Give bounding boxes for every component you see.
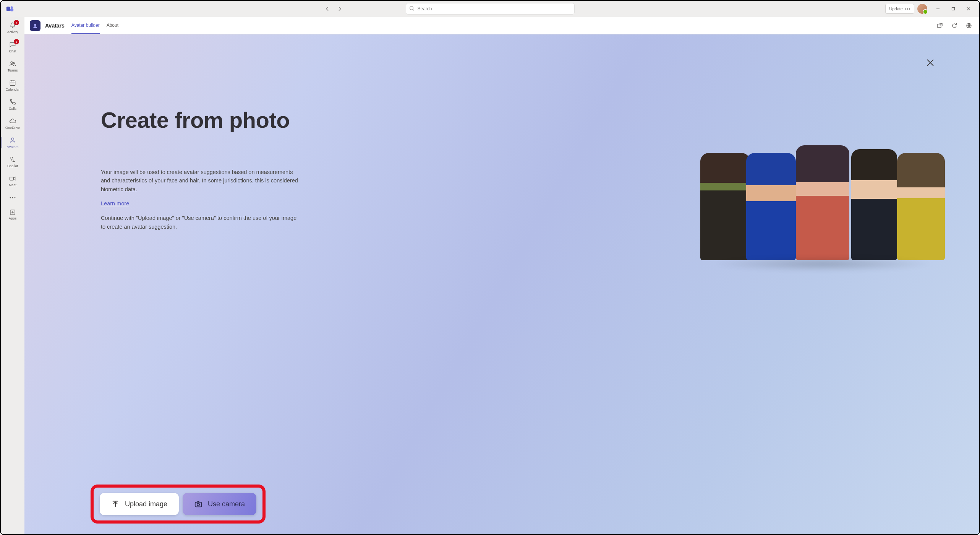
close-icon	[926, 58, 935, 67]
close-button[interactable]	[923, 56, 937, 70]
search-icon	[409, 6, 415, 13]
chat-badge: 1	[14, 39, 19, 44]
avatar-figure	[700, 153, 750, 260]
svg-point-14	[34, 24, 36, 26]
rail-label: Calendar	[6, 88, 20, 91]
description-text: Your image will be used to create avatar…	[101, 168, 300, 194]
svg-rect-9	[10, 177, 14, 180]
tab-label: About	[107, 23, 118, 28]
update-label: Update	[889, 7, 903, 11]
learn-more-link[interactable]: Learn more	[101, 200, 129, 207]
titlebar: Update	[1, 1, 979, 17]
app-subheader: Avatars Avatar builder About	[24, 17, 979, 34]
upload-image-button[interactable]: Upload image	[100, 493, 179, 515]
use-camera-button[interactable]: Use camera	[183, 493, 256, 515]
svg-rect-0	[6, 7, 10, 11]
avatar-figure	[746, 153, 796, 260]
rail-label: OneDrive	[5, 126, 20, 130]
rail-item-onedrive[interactable]: OneDrive	[2, 114, 24, 133]
globe-icon	[966, 23, 972, 29]
popout-icon	[937, 23, 943, 29]
svg-point-3	[410, 7, 413, 10]
illustration-shadow	[712, 256, 933, 272]
rail-item-meet[interactable]: Meet	[2, 171, 24, 190]
main-canvas: Create from photo Your image will be use…	[24, 34, 979, 534]
page-title: Create from photo	[101, 107, 300, 133]
people-icon	[9, 60, 16, 68]
content-column: Avatars Avatar builder About Create fro	[24, 17, 979, 534]
app-window: Update 4 Activity 1 Chat	[0, 0, 980, 535]
update-button[interactable]: Update	[885, 4, 914, 14]
avatar-figure	[897, 153, 945, 260]
tab-label: Avatar builder	[71, 23, 100, 28]
popout-button[interactable]	[935, 21, 945, 31]
description-text-2: Continue with "Upload image" or "Use cam…	[101, 214, 300, 231]
upload-icon	[111, 500, 120, 508]
text-panel: Create from photo Your image will be use…	[101, 107, 300, 231]
refresh-icon	[951, 23, 957, 29]
rail-label: Copilot	[7, 164, 18, 168]
action-highlight-box: Upload image Use camera	[91, 485, 266, 524]
rail-item-chat[interactable]: 1 Chat	[2, 37, 24, 57]
svg-rect-17	[195, 502, 202, 507]
rail-item-apps[interactable]: Apps	[2, 205, 24, 224]
window-maximize-button[interactable]	[946, 3, 961, 15]
rail-label: Apps	[9, 216, 17, 220]
left-rail: 4 Activity 1 Chat Teams Calendar Calls	[1, 17, 24, 534]
refresh-button[interactable]	[949, 21, 959, 31]
rail-label: Teams	[8, 68, 18, 72]
ellipsis-icon	[10, 197, 16, 198]
rail-item-calendar[interactable]: Calendar	[2, 76, 24, 95]
user-avatar[interactable]	[917, 4, 927, 14]
avatars-illustration	[700, 122, 945, 260]
rail-item-activity[interactable]: 4 Activity	[2, 18, 24, 37]
rail-label: Activity	[7, 30, 18, 34]
svg-point-6	[13, 62, 15, 63]
rail-item-avatars[interactable]: Avatars	[2, 133, 24, 152]
svg-point-12	[15, 197, 16, 198]
svg-point-1	[11, 7, 13, 8]
rail-label: Avatars	[7, 145, 18, 149]
calendar-icon	[9, 79, 16, 87]
phone-icon	[9, 98, 16, 106]
apps-icon	[9, 209, 16, 216]
activity-badge: 4	[14, 20, 19, 25]
svg-rect-7	[10, 81, 15, 86]
avatar-icon	[9, 137, 16, 144]
svg-rect-15	[938, 24, 941, 28]
search-input[interactable]	[406, 3, 574, 14]
svg-point-8	[11, 138, 14, 140]
camera-icon	[194, 500, 202, 508]
avatars-app-icon	[30, 20, 40, 31]
svg-rect-2	[10, 8, 13, 11]
video-icon	[9, 175, 16, 182]
svg-point-11	[12, 197, 13, 198]
more-icon	[905, 8, 910, 10]
rail-label: Calls	[9, 107, 16, 111]
rail-item-copilot[interactable]: Copilot	[2, 152, 24, 171]
rail-item-teams[interactable]: Teams	[2, 57, 24, 76]
search-wrap	[406, 3, 574, 14]
avatar-figure	[796, 145, 849, 260]
nav-back-button[interactable]	[322, 3, 333, 14]
globe-button[interactable]	[964, 21, 974, 31]
svg-point-5	[11, 62, 13, 63]
rail-item-calls[interactable]: Calls	[2, 95, 24, 114]
window-close-button[interactable]	[961, 3, 976, 15]
svg-rect-4	[952, 8, 955, 10]
cloud-icon	[9, 117, 16, 125]
avatar-figure	[851, 149, 897, 260]
teams-logo-icon	[5, 4, 15, 13]
window-minimize-button[interactable]	[930, 3, 946, 15]
action-row: Upload image Use camera	[100, 493, 256, 515]
rail-label: Chat	[9, 49, 16, 53]
tab-about[interactable]: About	[107, 17, 118, 34]
tab-avatar-builder[interactable]: Avatar builder	[71, 17, 100, 34]
svg-point-18	[197, 503, 199, 506]
app-title: Avatars	[45, 23, 65, 29]
rail-more-button[interactable]	[2, 192, 24, 203]
upload-label: Upload image	[125, 500, 167, 508]
camera-label: Use camera	[208, 500, 245, 508]
nav-forward-button[interactable]	[334, 3, 345, 14]
rail-label: Meet	[9, 183, 16, 187]
